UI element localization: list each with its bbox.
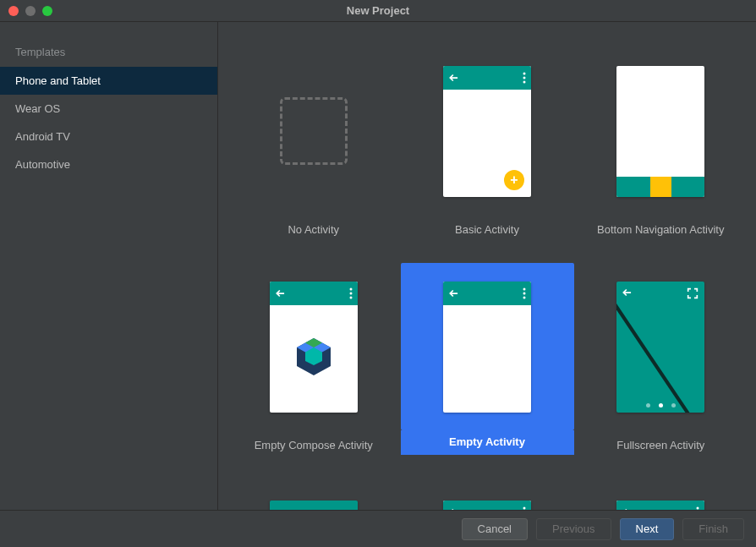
sidebar-item-automotive[interactable]: Automotive bbox=[0, 150, 217, 178]
sidebar-item-android-tv[interactable]: Android TV bbox=[0, 123, 217, 150]
phone-preview bbox=[443, 282, 531, 413]
bottom-nav bbox=[616, 177, 704, 197]
phone-preview: Interstitial Ad bbox=[270, 501, 358, 511]
sidebar-item-phone-and-tablet[interactable]: Phone and Tablet bbox=[0, 67, 217, 95]
template-no-activity[interactable]: No Activity bbox=[227, 47, 400, 236]
cancel-button[interactable]: Cancel bbox=[462, 518, 528, 540]
svg-point-2 bbox=[523, 80, 526, 83]
template-fullscreen-activity[interactable]: Fullscreen Activity bbox=[574, 263, 748, 455]
template-label: Empty Activity bbox=[401, 430, 574, 455]
more-icon bbox=[523, 72, 526, 84]
appbar bbox=[616, 501, 704, 511]
phone-preview bbox=[616, 501, 704, 511]
template-thumbnail bbox=[227, 47, 400, 215]
template-thumbnail: + bbox=[401, 47, 574, 215]
dashed-placeholder-icon bbox=[280, 97, 348, 165]
svg-point-12 bbox=[523, 296, 526, 298]
template-label: Empty Compose Activity bbox=[255, 439, 373, 451]
back-arrow-icon bbox=[448, 72, 460, 84]
appbar bbox=[443, 282, 531, 305]
next-button[interactable]: Next bbox=[620, 518, 675, 540]
maximize-window-button[interactable] bbox=[42, 6, 52, 16]
back-arrow-icon bbox=[275, 287, 287, 299]
svg-line-13 bbox=[616, 282, 704, 413]
template-label: Fullscreen Activity bbox=[616, 439, 704, 451]
footer: Cancel Previous Next Finish bbox=[0, 510, 756, 547]
svg-point-0 bbox=[523, 72, 526, 74]
close-window-button[interactable] bbox=[8, 6, 19, 16]
sidebar: Templates Phone and TabletWear OSAndroid… bbox=[0, 22, 218, 510]
template-thumbnail bbox=[574, 482, 748, 510]
svg-point-14 bbox=[523, 506, 526, 509]
page-indicator bbox=[616, 403, 704, 408]
back-arrow-icon bbox=[448, 506, 460, 511]
phone-preview: + bbox=[443, 66, 531, 197]
template-primary-detail-flow[interactable]: Primary/Detail Flow bbox=[574, 482, 748, 510]
more-icon bbox=[523, 506, 526, 511]
svg-point-11 bbox=[523, 292, 526, 294]
previous-button[interactable]: Previous bbox=[536, 518, 611, 540]
template-google-maps-activity[interactable]: Google Maps Activity bbox=[401, 482, 574, 510]
template-label: No Activity bbox=[288, 223, 339, 236]
template-interstitial-ad[interactable]: Interstitial AdGoogle AdMob Ads Activity bbox=[227, 482, 400, 510]
svg-point-3 bbox=[349, 287, 352, 290]
template-thumbnail bbox=[227, 263, 400, 430]
window-controls bbox=[8, 6, 52, 16]
nav-tab-active bbox=[650, 177, 671, 197]
svg-point-4 bbox=[349, 292, 352, 294]
svg-point-10 bbox=[523, 287, 526, 290]
titlebar: New Project bbox=[0, 0, 756, 22]
phone-preview bbox=[616, 282, 704, 413]
template-empty-activity[interactable]: Empty Activity bbox=[401, 263, 574, 455]
template-empty-compose-activity[interactable]: Empty Compose Activity bbox=[227, 263, 400, 455]
template-label: Basic Activity bbox=[455, 223, 519, 236]
phone-preview bbox=[616, 66, 704, 197]
more-icon bbox=[523, 287, 526, 299]
appbar bbox=[443, 66, 531, 90]
template-thumbnail bbox=[401, 263, 574, 430]
svg-point-20 bbox=[697, 506, 699, 509]
template-label: Bottom Navigation Activity bbox=[597, 223, 724, 236]
template-thumbnail bbox=[401, 482, 574, 510]
template-thumbnail bbox=[574, 263, 748, 430]
template-bottom-navigation-activity[interactable]: Bottom Navigation Activity bbox=[574, 47, 748, 236]
template-thumbnail bbox=[574, 47, 748, 215]
template-thumbnail: Interstitial Ad bbox=[227, 482, 400, 510]
svg-point-5 bbox=[349, 296, 352, 298]
appbar bbox=[443, 501, 531, 511]
back-arrow-icon bbox=[622, 506, 633, 511]
finish-button[interactable]: Finish bbox=[682, 518, 744, 540]
template-basic-activity[interactable]: +Basic Activity bbox=[401, 47, 574, 236]
more-icon bbox=[349, 287, 353, 299]
appbar bbox=[270, 282, 358, 305]
window-title: New Project bbox=[0, 4, 756, 17]
sidebar-header: Templates bbox=[0, 34, 217, 67]
more-icon bbox=[696, 506, 699, 511]
sidebar-item-wear-os[interactable]: Wear OS bbox=[0, 95, 217, 123]
svg-point-1 bbox=[523, 76, 526, 79]
fab-icon: + bbox=[504, 170, 524, 190]
minimize-window-button[interactable] bbox=[25, 6, 36, 16]
template-gallery: No Activity+Basic ActivityBottom Navigat… bbox=[218, 22, 756, 510]
back-arrow-icon bbox=[448, 287, 460, 299]
main: Templates Phone and TabletWear OSAndroid… bbox=[0, 22, 756, 510]
phone-preview bbox=[443, 501, 531, 511]
compose-logo-icon bbox=[295, 336, 332, 380]
phone-preview bbox=[270, 282, 358, 413]
